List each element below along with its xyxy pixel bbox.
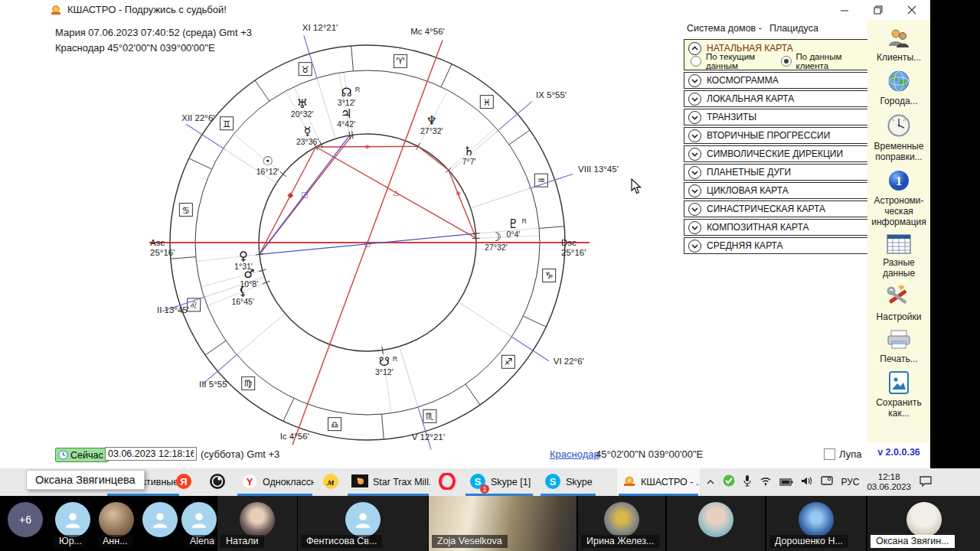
aspect-venus-node-north <box>260 135 353 254</box>
speaker-icon[interactable] <box>801 475 813 489</box>
avatar <box>906 502 942 537</box>
participant-tile[interactable]: Анн... <box>94 496 138 551</box>
taskbar-tooltip: Оксана Звягинцева <box>26 470 145 490</box>
misc-data-icon <box>887 234 911 257</box>
wifi-icon[interactable] <box>760 475 772 489</box>
taskbar-item-yellow-m[interactable]: м <box>317 468 345 496</box>
toolbar-item-settings[interactable]: Настройки <box>877 285 922 322</box>
participant-tile[interactable]: Ирина Желез... <box>578 496 665 551</box>
taskbar-item-odnoklassniki[interactable]: YОдноклассн... <box>236 468 314 496</box>
planet-tick-venus <box>256 254 263 255</box>
taskbar-item-star-trax[interactable]: Star Trax Mill... <box>346 468 430 496</box>
house-system-value[interactable]: Плацидуса <box>769 23 818 34</box>
accordion-item-natal[interactable]: НАТАЛЬНАЯ КАРТА По текущим данным По дан… <box>684 39 868 70</box>
participant-tile[interactable]: Alena <box>181 496 217 551</box>
battery-icon[interactable] <box>779 475 793 489</box>
sign-glyph-cancer: ♋ <box>181 205 190 216</box>
planet-glyph-node-south: ☋ <box>379 354 390 369</box>
sign-boundary <box>205 341 226 355</box>
participant-tile[interactable] <box>138 496 181 551</box>
sign-boundary <box>509 130 530 145</box>
toolbar-item-label: Астрономи-ческая информация <box>868 195 929 227</box>
svg-text:1: 1 <box>896 174 902 187</box>
planet-degree-lilith: 16°45' <box>231 297 254 306</box>
tray-chevron-icon[interactable] <box>706 475 715 489</box>
participant-tile[interactable]: +6 <box>0 496 51 551</box>
expand-icon[interactable] <box>688 93 701 106</box>
expand-icon[interactable] <box>688 221 701 234</box>
restore-button[interactable] <box>861 0 895 20</box>
accordion-item-3[interactable]: ЛОКАЛЬНАЯ КАРТА <box>684 90 868 107</box>
toolbar-item-save-as[interactable]: Сохранить как... <box>868 371 929 419</box>
toolbar-item-print[interactable]: Печать... <box>880 329 917 364</box>
sign-boundary <box>283 398 294 421</box>
participant-tile[interactable]: Натали <box>217 496 297 551</box>
expand-icon[interactable] <box>688 166 701 179</box>
language-indicator[interactable]: РУС <box>841 477 859 487</box>
taskbar-item-skype-unread[interactable]: S1Skype [1] <box>464 468 534 496</box>
accordion-item-8[interactable]: ЦИКЛОВАЯ КАРТА <box>684 182 868 199</box>
now-button[interactable]: Сейчас <box>55 448 109 462</box>
toolbar-item-time-corrections[interactable]: Временные поправки... <box>868 113 929 162</box>
participant-tile[interactable]: Оксана Звягин... <box>867 496 980 551</box>
svg-text:Y: Y <box>247 476 253 487</box>
toolbar-item-clients[interactable]: Клиенты... <box>877 28 921 63</box>
expand-icon[interactable] <box>688 129 701 142</box>
screen-cast-icon[interactable] <box>821 475 833 489</box>
accordion-item-6[interactable]: СИМВОЛИЧЕСКИЕ ДИРЕКЦИИ <box>684 145 868 162</box>
print-icon <box>886 329 912 354</box>
toolbar-item-cities[interactable]: Города... <box>880 70 917 106</box>
planet-degree-sun: 16°12' <box>256 167 279 176</box>
accordion-item-2[interactable]: КОСМОГРАММА <box>684 72 868 89</box>
participant-tile[interactable]: Дорошенко Н... <box>766 496 866 551</box>
expand-icon[interactable] <box>688 184 701 197</box>
close-button[interactable] <box>895 0 929 20</box>
taskbar-item-opera[interactable] <box>433 468 462 496</box>
planet-degree-moon: 27°32' <box>485 243 508 252</box>
accordion-item-11[interactable]: СРЕДНЯЯ КАРТА <box>684 237 868 254</box>
accordion-item-label: СИМВОЛИЧЕСКИЕ ДИРЕКЦИИ <box>707 148 843 159</box>
expand-icon[interactable] <box>688 240 701 253</box>
avatar <box>604 502 639 537</box>
expand-icon[interactable] <box>688 74 701 87</box>
accordion-item-5[interactable]: ВТОРИЧНЫЕ ПРОГРЕССИИ <box>684 127 868 144</box>
participant-name: Zoja Veselkova <box>432 535 508 548</box>
unread-badge: 1 <box>480 484 489 494</box>
expand-icon[interactable] <box>688 203 701 216</box>
sign-box-libra <box>328 418 341 431</box>
planet-glyph-uranus: ♅ <box>296 96 307 111</box>
participant-tile[interactable]: Фентисова Св... <box>298 496 428 551</box>
taskbar-item-yandex[interactable]: Я <box>170 468 199 496</box>
collapse-icon[interactable] <box>688 42 701 55</box>
minimize-button[interactable] <box>828 0 861 20</box>
taskbar-item-label: Одноклассн... <box>263 477 314 487</box>
accordion-item-10[interactable]: КОМПОЗИТНАЯ КАРТА <box>684 219 868 236</box>
datetime-input[interactable] <box>105 447 197 461</box>
clock[interactable]: 12:1803.06.2023 <box>867 472 911 492</box>
toolbar-item-misc-data[interactable]: Разные данные <box>868 234 929 279</box>
taskbar-item-obs[interactable] <box>204 468 233 496</box>
taskbar-item-kshastro[interactable]: КШАСТРО - ... <box>617 468 700 496</box>
accordion-item-9[interactable]: СИНАСТРИЧЕСКАЯ КАРТА <box>684 201 868 217</box>
expand-icon[interactable] <box>688 111 701 124</box>
sign-boundary <box>466 384 480 405</box>
antivirus-icon[interactable] <box>723 474 735 490</box>
participant-tile[interactable]: Zoja Veselkova <box>429 496 577 551</box>
house-cusp-h2 <box>162 296 207 311</box>
participant-tile[interactable] <box>667 496 765 551</box>
microphone-icon[interactable] <box>743 474 752 490</box>
accordion-item-7[interactable]: ПЛАНЕТНЫЕ ДУГИ <box>684 164 868 181</box>
toolbar-item-astro-info[interactable]: 1Астрономи-ческая информация <box>868 169 929 227</box>
radio-current-data[interactable] <box>691 56 701 67</box>
magnifier-checkbox[interactable] <box>824 448 835 460</box>
video-thumb-icon <box>351 474 368 490</box>
expand-icon[interactable] <box>688 148 701 161</box>
notifications-icon[interactable] <box>919 475 933 490</box>
radio-client-data[interactable] <box>781 56 792 67</box>
city-link[interactable]: Краснодар <box>550 448 599 460</box>
participant-name: Натали <box>220 535 264 548</box>
taskbar-item-skype[interactable]: SSkype <box>539 468 597 496</box>
participant-tile[interactable]: Юр... <box>51 496 94 551</box>
planet-degree-mercury: 23°36' <box>296 137 319 146</box>
accordion-item-4[interactable]: ТРАНЗИТЫ <box>684 109 868 126</box>
